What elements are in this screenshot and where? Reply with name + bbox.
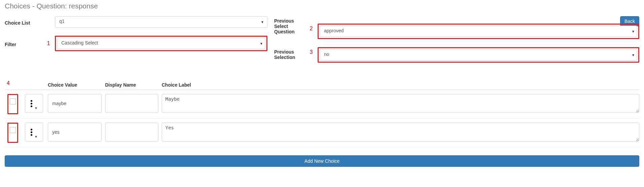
choice-value-cell: [48, 123, 105, 143]
choice-label-textarea[interactable]: [162, 94, 639, 113]
annotation-spacer: 0: [43, 19, 54, 25]
row-checkbox[interactable]: [10, 127, 16, 133]
choice-label-textarea[interactable]: [162, 123, 639, 142]
choices-grid: 4 Choice Value Display Name Choice Label…: [5, 82, 639, 147]
choice-list-select[interactable]: q1: [55, 16, 267, 28]
left-column: Choice List 0 q1 ▼ Filter 1 Cascading Se…: [5, 16, 267, 59]
right-column: Back Previous Select Question 2 approved…: [274, 16, 639, 71]
choice-list-select-wrap: q1 ▼: [55, 16, 267, 28]
checkbox-highlight: [7, 94, 18, 114]
chevron-down-icon: ▼: [35, 135, 38, 141]
annotation-2: 2: [306, 16, 316, 32]
display-name-input[interactable]: [105, 94, 158, 113]
chevron-down-icon: ▼: [35, 106, 38, 113]
row-prev-question: Previous Select Question 2 approved ▼: [274, 16, 639, 39]
choice-value-input[interactable]: [48, 94, 102, 113]
checkbox-cell: [5, 94, 21, 114]
label-filter: Filter: [5, 40, 43, 47]
label-prev-selection: Previous Selection: [274, 47, 306, 60]
choice-label-cell: [162, 94, 639, 114]
choice-label-cell: [162, 123, 639, 143]
row-menu-button[interactable]: ▼: [25, 94, 43, 113]
kebab-icon: [31, 100, 32, 107]
prev-selection-select[interactable]: no: [320, 49, 637, 61]
choice-value-input[interactable]: [48, 123, 102, 142]
table-row: ▼: [5, 119, 639, 147]
grid-header: Choice Value Display Name Choice Label: [5, 82, 639, 90]
header-choice-value: Choice Value: [48, 82, 105, 88]
filter-select-highlight: Cascading Select ▼: [55, 36, 267, 51]
display-name-input[interactable]: [105, 123, 158, 142]
annotation-1: 1: [43, 40, 54, 46]
row-choice-list: Choice List 0 q1 ▼: [5, 16, 267, 28]
annotation-3: 3: [306, 47, 316, 55]
row-prev-selection: Previous Selection 3 no ▼: [274, 47, 639, 63]
checkbox-highlight: [7, 123, 18, 143]
page-title: Choices - Question: response: [5, 2, 639, 10]
prev-question-select-highlight: approved ▼: [318, 24, 639, 39]
add-new-choice-button[interactable]: Add New Choice: [5, 155, 639, 167]
row-menu-button[interactable]: ▼: [25, 123, 43, 142]
top-form-area: Choice List 0 q1 ▼ Filter 1 Cascading Se…: [5, 16, 639, 71]
filter-select[interactable]: Cascading Select: [57, 38, 265, 49]
prev-selection-select-highlight: no ▼: [318, 47, 639, 63]
table-row: ▼: [5, 90, 639, 119]
row-filter: Filter 1 Cascading Select ▼: [5, 36, 267, 51]
row-checkbox[interactable]: [10, 98, 16, 104]
kebab-icon: [31, 129, 32, 136]
display-name-cell: [105, 94, 162, 114]
menu-cell: ▼: [21, 94, 48, 114]
annotation-4: 4: [7, 80, 10, 86]
checkbox-cell: [5, 123, 21, 143]
header-choice-label: Choice Label: [162, 82, 639, 88]
label-prev-question: Previous Select Question: [274, 16, 306, 34]
menu-cell: ▼: [21, 123, 48, 143]
display-name-cell: [105, 123, 162, 143]
label-choice-list: Choice List: [5, 18, 43, 26]
header-display-name: Display Name: [105, 82, 162, 88]
prev-question-select[interactable]: approved: [320, 26, 637, 37]
choice-value-cell: [48, 94, 105, 114]
